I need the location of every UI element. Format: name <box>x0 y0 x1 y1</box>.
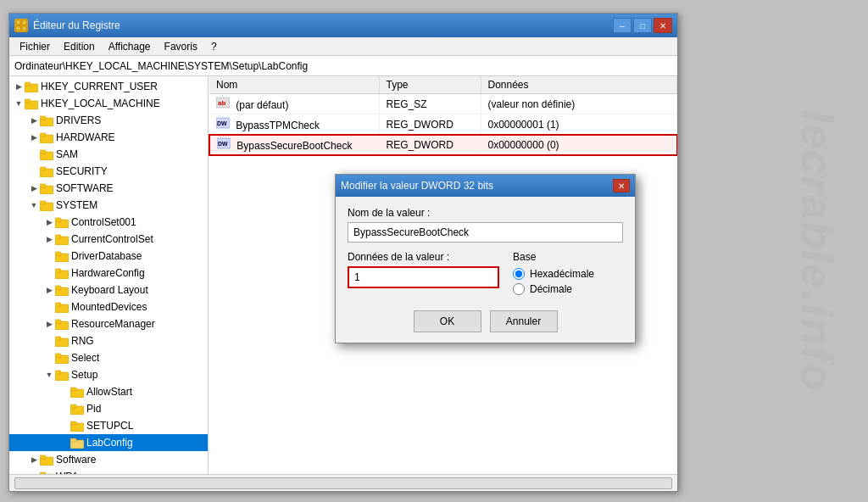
cancel-button[interactable]: Annuler <box>490 310 558 332</box>
data-input-group: Données de la valeur : <box>348 251 499 288</box>
base-group: Base Hexadécimale Décimale <box>513 251 623 298</box>
hex-label: Hexadécimale <box>530 268 594 280</box>
dec-radio-row: Décimale <box>513 283 623 295</box>
modal-buttons: OK Annuler <box>348 310 623 332</box>
hex-radio-row: Hexadécimale <box>513 268 623 280</box>
hex-radio[interactable] <box>513 268 525 280</box>
dec-radio[interactable] <box>513 283 525 295</box>
data-value-input[interactable] <box>348 266 499 288</box>
modal-data-row: Données de la valeur : Base Hexadécimale… <box>348 251 623 298</box>
modal-body: Nom de la valeur : BypassSecureBootCheck… <box>336 197 635 343</box>
modal-title-bar: Modifier la valeur DWORD 32 bits ✕ <box>336 175 635 197</box>
value-name-label: Nom de la valeur : <box>348 207 623 219</box>
base-label: Base <box>513 251 623 263</box>
modal-overlay: Modifier la valeur DWORD 32 bits ✕ Nom d… <box>0 0 868 502</box>
dword-edit-dialog: Modifier la valeur DWORD 32 bits ✕ Nom d… <box>335 174 636 343</box>
modal-title: Modifier la valeur DWORD 32 bits <box>341 180 613 192</box>
dec-label: Décimale <box>530 283 572 295</box>
data-label: Données de la valeur : <box>348 251 499 263</box>
ok-button[interactable]: OK <box>414 310 481 332</box>
value-name-display: BypassSecureBootCheck <box>348 222 623 243</box>
modal-close-button[interactable]: ✕ <box>613 179 630 192</box>
